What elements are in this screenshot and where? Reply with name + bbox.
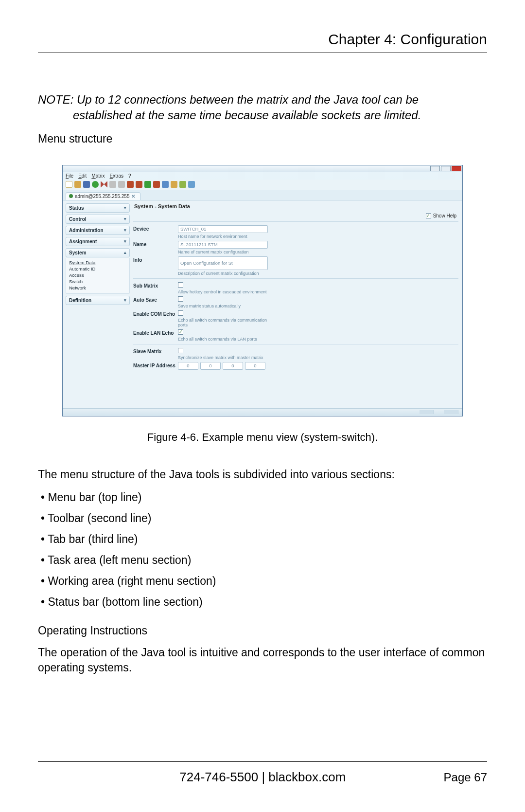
grid-icon[interactable]: [179, 181, 186, 188]
sub-matrix-checkbox[interactable]: [178, 282, 183, 288]
sidebar-label: Administration: [69, 228, 104, 233]
save-icon[interactable]: [83, 181, 90, 188]
note-line1: NOTE: Up to 12 connections between the m…: [38, 93, 419, 106]
auto-save-checkbox[interactable]: [178, 296, 183, 302]
tab-close-icon[interactable]: ✕: [131, 194, 135, 199]
ip-octet-2[interactable]: [200, 362, 221, 370]
slave-matrix-checkbox[interactable]: [178, 348, 183, 353]
chevron-down-icon: ▾: [124, 239, 126, 244]
field-device: Device Host name for network environment: [133, 224, 458, 239]
name-input[interactable]: [178, 241, 268, 249]
tool-icon-2[interactable]: [136, 181, 142, 188]
operating-instructions-heading: Operating Instructions: [38, 623, 487, 638]
structure-bullet-list: Menu bar (top line) Toolbar (second line…: [38, 490, 487, 610]
chevron-up-icon: ▴: [124, 250, 126, 255]
chevron-down-icon: ▾: [124, 217, 126, 221]
menu-bar: File Edit Matrix Extras ?: [63, 172, 462, 180]
menu-structure-heading: Menu structure: [38, 132, 487, 145]
bullet-toolbar: Toolbar (second line): [41, 511, 487, 526]
doc-icon-2[interactable]: [171, 181, 177, 188]
statusbar-segment: [420, 410, 434, 414]
tool-icon-1[interactable]: [127, 181, 134, 188]
sub-matrix-label: Sub Matrix: [133, 282, 178, 289]
device-input[interactable]: [178, 225, 268, 233]
new-icon[interactable]: [66, 181, 72, 188]
info-hint: Description of current matrix configurat…: [178, 271, 270, 276]
working-area: System - System Data ✓ Show Help Device …: [132, 200, 462, 408]
slave-matrix-hint: Synchronize slave matrix with master mat…: [178, 355, 270, 360]
sidebar-sub-system-data[interactable]: System Data: [69, 259, 127, 266]
arrow-down-icon[interactable]: [153, 181, 160, 188]
menu-file[interactable]: File: [66, 173, 73, 179]
field-enable-com: Enable COM Echo Echo all switch commands…: [133, 309, 458, 328]
show-help-toggle[interactable]: ✓ Show Help: [133, 211, 458, 219]
field-slave-matrix: Slave Matrix Synchronize slave matrix wi…: [133, 346, 458, 361]
sidebar-sub-switch[interactable]: Switch: [69, 278, 127, 285]
name-label: Name: [133, 241, 178, 247]
info-icon[interactable]: [188, 181, 195, 188]
figure-caption: Figure 4-6. Example menu view (system-sw…: [38, 431, 487, 444]
bullet-task-area: Task area (left menu section): [41, 553, 487, 568]
task-area-sidebar: Status▾ Control▾ Administration▾ Assignm…: [63, 200, 132, 408]
sidebar-item-assignment[interactable]: Assignment▾: [66, 237, 130, 246]
note-block: NOTE: Up to 12 connections between the m…: [38, 92, 487, 124]
sub-matrix-hint: Allow hotkey control in cascaded environ…: [178, 289, 270, 294]
header-rule: [38, 53, 487, 53]
menu-matrix[interactable]: Matrix: [91, 173, 105, 179]
info-label: Info: [133, 256, 178, 263]
menu-extras[interactable]: Extras: [110, 173, 123, 179]
checkbox-icon: ✓: [426, 213, 431, 218]
maximize-button[interactable]: [441, 166, 451, 171]
enable-lan-checkbox[interactable]: ✓: [178, 329, 183, 335]
refresh-icon[interactable]: [92, 181, 99, 188]
master-ip-label: Master IP Address: [133, 362, 178, 368]
sidebar-sub-automatic-id[interactable]: Automatic ID: [69, 266, 127, 272]
bullet-tab-bar: Tab bar (third line): [41, 532, 487, 547]
connection-status-icon: [69, 194, 73, 198]
ip-octet-1[interactable]: [178, 362, 198, 370]
sidebar-sub-network[interactable]: Network: [69, 285, 127, 291]
sidebar-item-administration[interactable]: Administration▾: [66, 226, 130, 235]
copy-icon[interactable]: [109, 181, 116, 188]
status-bar: [63, 408, 462, 416]
ip-octet-3[interactable]: [223, 362, 243, 370]
info-input[interactable]: [178, 256, 268, 270]
connection-tab[interactable]: admin@255.255.255.255 ✕: [66, 192, 140, 200]
sidebar-label: Definition: [69, 298, 91, 303]
name-hint: Name of current matrix configuration: [178, 250, 270, 254]
chevron-down-icon: ▾: [124, 298, 126, 303]
show-help-label: Show Help: [433, 213, 456, 218]
delete-icon[interactable]: [101, 181, 107, 188]
sidebar-item-status[interactable]: Status▾: [66, 203, 130, 213]
page-footer: 724-746-5500 | blackbox.com Page 67: [38, 770, 487, 785]
tab-bar: admin@255.255.255.255 ✕: [63, 190, 462, 200]
bullet-working-area: Working area (right menu section): [41, 574, 487, 589]
sidebar-item-definition[interactable]: Definition▾: [66, 296, 130, 305]
open-icon[interactable]: [74, 181, 81, 188]
ip-octet-4[interactable]: [245, 362, 265, 370]
sidebar-label: Control: [69, 217, 87, 222]
sidebar-label: Status: [69, 205, 84, 211]
footer-page-number: Page 67: [444, 771, 487, 784]
enable-com-checkbox[interactable]: [178, 310, 183, 316]
minimize-button[interactable]: [430, 166, 440, 171]
sidebar-item-control[interactable]: Control▾: [66, 215, 130, 224]
sidebar-label: System: [69, 250, 87, 255]
arrow-up-icon[interactable]: [144, 181, 151, 188]
window-titlebar: [63, 165, 462, 172]
working-area-title: System - System Data: [133, 200, 458, 211]
paste-icon[interactable]: [118, 181, 125, 188]
field-master-ip: Master IP Address: [133, 361, 458, 370]
menu-edit[interactable]: Edit: [78, 173, 87, 179]
footer-contact: 724-746-5500 | blackbox.com: [38, 770, 444, 785]
close-button[interactable]: [452, 166, 461, 171]
sidebar-sub-access[interactable]: Access: [69, 272, 127, 278]
enable-com-label: Enable COM Echo: [133, 310, 178, 317]
field-name: Name Name of current matrix configuratio…: [133, 239, 458, 255]
doc-icon-1[interactable]: [162, 181, 169, 188]
chapter-title: Chapter 4: Configuration: [38, 31, 487, 48]
menu-help[interactable]: ?: [128, 173, 131, 179]
toolbar: [63, 180, 462, 190]
sidebar-item-system[interactable]: System▴: [66, 248, 130, 257]
chevron-down-icon: ▾: [124, 228, 126, 233]
